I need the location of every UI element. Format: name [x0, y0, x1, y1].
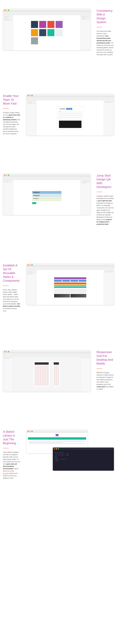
inspector-panel	[80, 15, 90, 50]
layers-panel	[26, 100, 37, 136]
card	[65, 289, 76, 293]
zoom-icon	[32, 431, 32, 432]
traffic-lights	[28, 95, 32, 96]
window-body	[26, 270, 114, 305]
card-row	[54, 289, 86, 293]
sketch-window-form: PATTERN COLOR TEXT	[26, 94, 114, 136]
color-swatch	[48, 21, 54, 28]
minimize-icon	[6, 351, 7, 352]
section-heading: A Sketch Library Is Just The Beginning	[3, 430, 20, 445]
heading-divider	[96, 27, 102, 27]
tab-color: COLOR	[66, 108, 72, 110]
button-preview	[32, 202, 36, 204]
layers-panel	[3, 356, 13, 392]
traffic-lights	[4, 351, 9, 352]
inspector-panel	[104, 100, 114, 136]
grid-columns	[54, 365, 59, 386]
section-heading: Enable Your Team To Move Fast	[3, 94, 20, 106]
form-field	[59, 118, 82, 120]
minimize-icon	[6, 174, 7, 176]
grid-column	[35, 365, 37, 386]
window-toolbar	[3, 12, 90, 15]
traffic-lights	[4, 10, 9, 11]
section-body: Your brand and emails deserve to look pr…	[96, 30, 114, 56]
section-reusable: Establish A Set Of Reusable Styles & Com…	[0, 255, 117, 342]
section-body: Creating a system means you can spend mo…	[3, 112, 20, 135]
image-column: <div class="row"> <div class="col">...</…	[26, 430, 114, 471]
color-swatch	[39, 21, 46, 28]
text-column: A Sketch Library Is Just The Beginning T…	[3, 430, 20, 479]
heading-divider	[96, 192, 102, 192]
color-swatch	[31, 37, 38, 44]
text-column: Responsive Grid For Desktop And Mobile W…	[96, 350, 114, 390]
text-column: Consistency With A Design System Your br…	[96, 9, 114, 56]
minimize-icon	[6, 10, 7, 11]
close-icon	[4, 351, 6, 352]
canvas: PATTERN COLOR TEXT	[37, 100, 104, 136]
section-heading: Establish A Set Of Reusable Styles & Com…	[3, 264, 20, 282]
minimize-icon	[30, 431, 31, 432]
component-header	[54, 277, 86, 279]
body-text-post: .	[108, 224, 109, 225]
minimize-icon	[30, 95, 31, 96]
tab-pattern: PATTERN	[59, 108, 66, 110]
components-preview	[54, 277, 86, 298]
logo-block	[35, 362, 49, 365]
alert-bar	[54, 284, 86, 286]
zoom-icon	[8, 174, 9, 176]
body-text-post: to customize text and color.	[3, 308, 17, 312]
window-toolbar	[3, 353, 90, 356]
form-field: TEXT	[59, 111, 82, 113]
window-body	[3, 15, 90, 50]
form-field	[59, 114, 82, 115]
alert-bar	[54, 286, 86, 288]
dual-window-stack: <div class="row"> <div class="col">...</…	[26, 430, 114, 471]
traffic-lights	[28, 431, 32, 432]
zoom-icon	[58, 448, 59, 450]
minimize-icon	[30, 264, 31, 266]
canvas	[37, 270, 104, 305]
window-titlebar	[3, 9, 90, 12]
body-text-pre: Colors, type, spacing, buttons, alerts, …	[3, 289, 18, 305]
headings-preview: Heading 1 Heading 2 Heading 3	[32, 191, 62, 204]
nav-item	[79, 280, 86, 282]
component-nav	[54, 280, 86, 282]
window-body: Heading 1 Heading 2 Heading 3	[3, 180, 90, 215]
window-body	[3, 356, 90, 392]
color-swatch	[39, 29, 46, 36]
inspector-panel	[104, 270, 114, 305]
close-icon	[28, 95, 29, 96]
canvas	[13, 356, 80, 392]
heading-1-row: Heading 1	[32, 191, 62, 194]
section-design-qa: Jump Start Design QA With Developers Cre…	[0, 165, 117, 255]
text-column: Jump Start Design QA With Developers Cre…	[96, 174, 114, 226]
window-titlebar	[3, 350, 90, 353]
body-text-pre: Your brand and emails deserve to look pr…	[96, 30, 111, 37]
window-body: PATTERN COLOR TEXT	[26, 100, 114, 136]
section-enable-team: Enable Your Team To Move Fast Creating a…	[0, 85, 117, 165]
image-column	[3, 9, 91, 50]
body-text-mid: . Developers are happy as they're not re…	[96, 200, 114, 220]
zoom-icon	[32, 264, 32, 266]
color-swatch	[31, 29, 38, 36]
grid-column	[40, 365, 42, 386]
image-placeholder	[54, 294, 70, 298]
form-field	[59, 116, 82, 118]
color-swatch	[56, 21, 62, 28]
window-toolbar	[26, 266, 114, 270]
grid-columns	[35, 365, 49, 386]
canvas: Heading 1 Heading 2 Heading 3	[13, 180, 80, 215]
grid-column	[37, 365, 39, 386]
body-text-pre: With 50% of emails opened on mobile devi…	[96, 372, 114, 385]
heading-divider	[3, 286, 9, 286]
body-text-pre: These Sketch templates are tools for Des…	[3, 452, 20, 465]
window-titlebar	[3, 174, 90, 176]
code-body: <div class="row"> <div class="col">...</…	[53, 450, 114, 471]
traffic-lights	[28, 264, 32, 266]
layers-panel	[3, 180, 13, 215]
window-titlebar	[26, 94, 114, 97]
sketch-window-headings: Heading 1 Heading 2 Heading 3	[3, 174, 91, 215]
section-heading: Consistency With A Design System	[96, 9, 114, 24]
nav-item	[70, 280, 78, 282]
heading-divider	[3, 108, 9, 109]
